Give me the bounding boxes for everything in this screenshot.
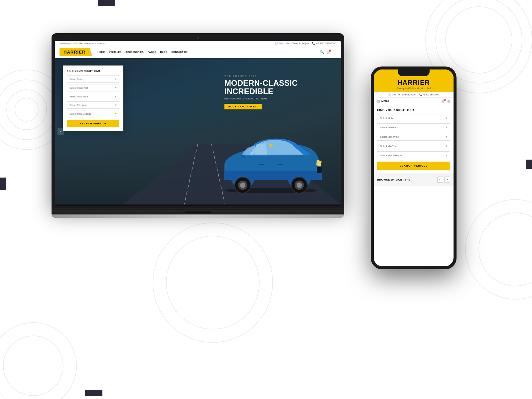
search-icon[interactable]: 🔍	[320, 50, 324, 54]
top-brands-label: TOP BRANDS 2019	[224, 75, 298, 78]
browse-next-button[interactable]: >	[444, 177, 450, 183]
chevron-down-icon: ▾	[446, 154, 447, 157]
chevron-down-icon: ▾	[115, 77, 117, 81]
find-car-widget: FIND YOUR RIGHT CAR Select Make ▾ Select…	[63, 66, 123, 131]
site-nav: HOME VEHICLES ACCESSORIES PAGES BLOG CON…	[97, 51, 188, 54]
header-icons: 🔍 🛒1 ☰	[320, 50, 336, 54]
chevron-left-icon: <	[439, 178, 441, 181]
laptop-screen: Hot days! · 50% Get ready for summer! 🕐 …	[55, 41, 341, 206]
hero-subtitle: GET 40% OFF ON SELECTED ITEMS.	[224, 97, 298, 100]
phone-select-model-row[interactable]: Select make first ▾	[377, 123, 450, 131]
select-price-label: Select Max Price	[69, 95, 88, 98]
chevron-down-icon: ▾	[446, 116, 447, 120]
phone-device: HARRIER Save up to 40% Hurry Limited off…	[371, 66, 459, 273]
laptop-device: Hot days! · 50% Get ready for summer! 🕐 …	[52, 33, 344, 253]
select-price-row[interactable]: Select Max Price ▾	[67, 93, 119, 100]
chevron-down-icon: ▾	[115, 112, 117, 115]
select-make-label: Select Make	[69, 78, 83, 81]
phone-browse-title: BROWSE BY CAR TYPE	[377, 178, 411, 181]
phone-search-vehicle-button[interactable]: SEARCH VEHICLE	[377, 162, 450, 170]
svg-point-2	[446, 7, 512, 73]
svg-point-7	[0, 323, 76, 399]
phone-icon: 📞 +1 800 789 0000	[312, 42, 336, 45]
select-year-row[interactable]: Select Min Year ▾	[67, 101, 119, 109]
svg-point-6	[15, 98, 38, 121]
nav-blog[interactable]: BLOG	[160, 51, 168, 54]
select-year-label: Select Min Year	[69, 104, 87, 107]
hero-text-block: TOP BRANDS 2019 MODERN-CLASSIC INCREDIBL…	[224, 75, 298, 109]
svg-point-12	[479, 213, 532, 286]
browse-arrows: < >	[437, 177, 450, 183]
hero-section: TOP BRANDS 2019 MODERN-CLASSIC INCREDIBL…	[55, 58, 341, 204]
svg-point-5	[7, 90, 47, 130]
phone-menu-icon[interactable]: ☰	[447, 99, 450, 103]
clock-icon: 🕐 Mon - Fri : 09am to 06pm	[275, 42, 309, 45]
phone-browse-section: BROWSE BY CAR TYPE < >	[374, 173, 454, 186]
phone-select-year-row[interactable]: Select Min Year ▾	[377, 142, 450, 150]
chevron-down-icon: ▾	[446, 135, 447, 138]
phone-contact-bar: 🕐 Mon - Fri : 09am to 06pm 📞 +1 800 789 …	[374, 92, 454, 98]
select-make-row[interactable]: Select Make ▾	[67, 75, 119, 83]
phone-select-make-row[interactable]: Select Make ▾	[377, 114, 450, 122]
chevron-down-icon: ▾	[446, 126, 447, 129]
phone-logo: HARRIER	[378, 79, 450, 86]
phone-promo: Save up to 40% Hurry Limited offer!	[378, 87, 450, 89]
chevron-down-icon: ▾	[115, 95, 117, 98]
nav-contact[interactable]: CONTACT US	[171, 51, 188, 54]
phone-select-model-label: Select make first	[380, 126, 398, 129]
phone-cart-icon[interactable]: 🛒 1	[441, 99, 445, 103]
chevron-down-icon: ▾	[115, 103, 117, 107]
nav-home[interactable]: HOME	[97, 51, 105, 54]
promo-text: Hot days! · 50% Get ready for summer!	[60, 42, 106, 45]
phone-select-mileage-row[interactable]: Select Max Mileage ▾	[377, 151, 450, 159]
phone-select-mileage-label: Select Max Mileage	[380, 154, 402, 157]
phone-find-car: FIND YOUR RIGHT CAR Select Make ▾ Select…	[374, 105, 454, 172]
laptop-touchpad-indicator	[185, 211, 211, 213]
svg-point-11	[466, 200, 532, 299]
deco-rect-left	[0, 178, 6, 190]
svg-point-29	[269, 144, 273, 147]
deco-rect-bottom	[85, 390, 102, 396]
svg-rect-30	[278, 164, 283, 165]
contact-info: 🕐 Mon - Fri : 09am to 06pm 📞 +1 800 789 …	[275, 42, 336, 45]
book-appointment-button[interactable]: BOOK APPOINTMENT	[224, 104, 262, 109]
nav-pages[interactable]: PAGES	[148, 51, 156, 54]
search-vehicle-button[interactable]: SEARCH VEHICLE	[67, 120, 119, 127]
deco-rect-top	[98, 0, 115, 6]
laptop-bottom	[52, 214, 344, 218]
find-car-title: FIND YOUR RIGHT CAR	[67, 69, 119, 72]
hero-car	[211, 131, 324, 195]
svg-rect-31	[259, 164, 264, 165]
hamburger-icon[interactable]: ☰	[377, 99, 380, 103]
phone-find-car-title: FIND YOUR RIGHT CAR	[377, 108, 450, 112]
menu-icon[interactable]: ☰	[333, 50, 336, 54]
nav-vehicles[interactable]: VEHICLES	[109, 51, 122, 54]
site-logo: HARRIER	[60, 48, 92, 56]
chevron-right-icon: >	[446, 178, 448, 181]
phone-menu-right: 🛒 1 ☰	[441, 99, 450, 103]
select-model-label: Select make first	[69, 86, 88, 89]
phone-notch	[398, 69, 430, 76]
select-model-row[interactable]: Select make first ▾	[67, 84, 119, 91]
select-mileage-row[interactable]: Select Max Mileage ▾	[67, 110, 119, 117]
chevron-down-icon: ▾	[115, 86, 117, 89]
phone-menu-left: ☰ MENU	[377, 99, 389, 103]
phone-select-price-row[interactable]: Select Max Price ▾	[377, 133, 450, 141]
laptop-base	[52, 210, 344, 214]
chevron-left-icon: ‹	[60, 129, 62, 134]
select-mileage-label: Select Max Mileage	[69, 112, 91, 115]
phone-select-price-label: Select Max Price	[380, 135, 399, 138]
site-header: HARRIER HOME VEHICLES ACCESSORIES PAGES …	[55, 46, 341, 58]
browse-prev-button[interactable]: <	[437, 177, 443, 183]
nav-accessories[interactable]: ACCESSORIES	[125, 51, 144, 54]
cart-icon[interactable]: 🛒1	[327, 50, 331, 54]
phone-clock-icon: 🕐 Mon - Fri : 09am to 06pm	[388, 93, 416, 96]
svg-rect-32	[241, 155, 245, 158]
svg-point-8	[3, 336, 63, 396]
laptop-camera	[197, 37, 199, 39]
deco-rect-right	[526, 160, 532, 169]
phone-menu-label: MENU	[381, 100, 389, 103]
phone-screen: HARRIER Save up to 40% Hurry Limited off…	[374, 69, 454, 266]
phone-menu-bar: ☰ MENU 🛒 1 ☰	[374, 98, 454, 105]
phone-select-year-label: Select Min Year	[380, 145, 397, 148]
